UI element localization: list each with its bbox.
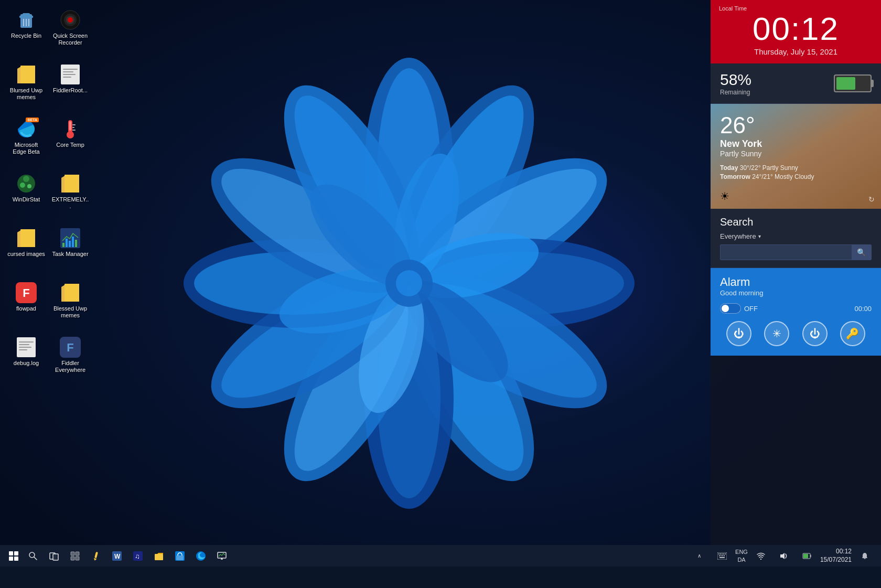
svg-rect-108 [719,555,720,556]
extremely-icon [60,173,81,194]
taskbar-store[interactable] [170,547,189,565]
svg-rect-112 [719,557,725,558]
windirstat-label: WinDirStat [13,196,40,203]
desktop-icon-windirstat[interactable]: WinDirStat [5,169,47,221]
desktop-icon-fiddlerroot[interactable]: FiddlerRoot... [49,60,91,112]
taskbar-time: 00:12 [820,548,852,556]
taskbar-keyboard[interactable] [713,547,732,565]
stop-icon: ⏻ [810,328,820,340]
forecast-today: Today 30°/22° Partly Sunny [720,164,872,172]
start-button[interactable] [4,547,23,565]
svg-rect-95 [155,554,163,560]
svg-rect-89 [94,551,98,558]
quick-screen-label: Quick Screen Recorder [51,33,89,46]
svg-point-50 [67,131,74,138]
taskbar-chevron[interactable]: ∧ [690,547,708,565]
sun-icon: ☀ [720,190,729,202]
alarm-key-button[interactable]: 🔑 [840,321,865,346]
svg-rect-88 [76,557,79,560]
taskbar-edge[interactable] [191,547,210,565]
svg-rect-69 [65,284,79,302]
svg-rect-43 [20,66,35,83]
taskbar-word[interactable]: W [108,547,126,565]
battery-widget: 58% Remaining [711,63,881,104]
taskbar-widgets[interactable] [66,547,84,565]
taskbar-notification[interactable] [855,547,874,565]
alarm-off-label: OFF [744,305,758,313]
desktop-icon-debug-log[interactable]: debug.log [5,333,47,385]
svg-rect-84 [53,554,58,560]
search-input[interactable] [721,245,852,260]
clock-widget[interactable]: Local Time 00:12 Thursday, July 15, 2021 [711,0,881,63]
taskbar-battery[interactable] [798,547,816,565]
edge-beta-label: Microsoft Edge Beta [7,142,45,155]
taskbar-clock[interactable]: 00:12 15/07/2021 [820,548,852,564]
today-temp: 30°/22° [740,164,761,172]
clock-time: 00:12 [719,13,873,45]
blursed-label: Blursed Uwp memes [7,87,45,101]
svg-rect-66 [75,240,77,247]
svg-rect-103 [718,553,719,554]
quick-screen-icon [60,9,81,30]
svg-rect-106 [723,553,724,554]
desktop-icon-fiddler-everywhere[interactable]: F Fiddler Everywhere [49,333,91,385]
alarm-time: 00:00 [854,305,872,313]
desktop-icon-cursed-images[interactable]: cursed images [5,223,47,276]
chevron-down-icon: ▾ [758,233,761,239]
alarm-toggle[interactable]: OFF [720,303,758,314]
flowpad-label: flowpad [16,305,36,312]
task-manager-icon [60,228,81,249]
search-widget: Search Everywhere ▾ 🔍 [711,209,881,268]
taskbar-pen[interactable] [87,547,105,565]
svg-rect-63 [66,239,68,247]
alarm-widget: Alarm Good morning OFF 00:00 ⏻ ✳ [711,268,881,356]
svg-rect-51 [69,121,71,131]
desktop-icon-core-temp[interactable]: Core Temp [49,114,91,167]
blessed-label: Blessed Uwp memes [51,305,89,319]
desktop-icon-flowpad[interactable]: F flowpad [5,278,47,330]
weather-widget[interactable]: 26° New York Partly Sunny Today 30°/22° … [711,104,881,209]
search-scope-dropdown[interactable]: Everywhere ▾ [720,232,872,240]
desktop-icon-blursed[interactable]: Blursed Uwp memes [5,60,47,112]
taskbar-monitor[interactable] [212,547,231,565]
taskbar-music[interactable]: ♫ [128,547,147,565]
search-icon: 🔍 [857,248,866,256]
clock-date: Thursday, July 15, 2021 [719,47,873,56]
taskbar-wifi[interactable] [751,547,770,565]
fiddler-everywhere-label: Fiddler Everywhere [51,360,89,373]
svg-rect-48 [63,77,71,78]
svg-rect-60 [20,229,35,247]
svg-point-32 [396,270,422,296]
alarm-snooze-button[interactable]: ✳ [764,321,789,346]
extremely-label: EXTREMELY... [51,196,89,210]
svg-rect-110 [722,555,723,556]
tomorrow-temp: 24°/21° [752,173,773,180]
desktop-icon-recycle-bin[interactable]: Recycle Bin [5,5,47,58]
power-icon: ⏻ [734,328,744,340]
svg-rect-87 [71,557,74,560]
alarm-stop-button[interactable]: ⏻ [802,321,828,346]
chevron-up-icon: ∧ [697,553,701,559]
svg-rect-34 [19,16,33,18]
svg-rect-78 [14,551,18,555]
svg-rect-65 [72,237,74,247]
svg-rect-86 [76,552,79,555]
debug-log-label: debug.log [14,360,39,367]
desktop-icon-edge-beta[interactable]: BETA Microsoft Edge Beta [5,114,47,167]
taskbar-search[interactable] [24,547,42,565]
desktop-icon-blessed[interactable]: Blessed Uwp memes [49,278,91,330]
weather-refresh-button[interactable]: ↻ [868,195,875,204]
desktop-icon-extremely[interactable]: EXTREMELY... [49,169,91,221]
language-indicator[interactable]: ENG DA [735,548,748,563]
search-button[interactable]: 🔍 [852,245,871,260]
taskbar-volume[interactable] [775,547,793,565]
weather-temperature: 26° [720,112,872,138]
desktop-icon-quick-screen[interactable]: Quick Screen Recorder [49,5,91,58]
desktop-icon-task-manager[interactable]: Task Manager [49,223,91,276]
svg-rect-47 [63,74,76,75]
alarm-power-button[interactable]: ⏻ [726,321,751,346]
taskbar-explorer[interactable] [149,547,168,565]
recycle-bin-label: Recycle Bin [11,33,41,39]
search-input-row: 🔍 [720,244,872,260]
taskbar-task-view[interactable] [45,547,63,565]
